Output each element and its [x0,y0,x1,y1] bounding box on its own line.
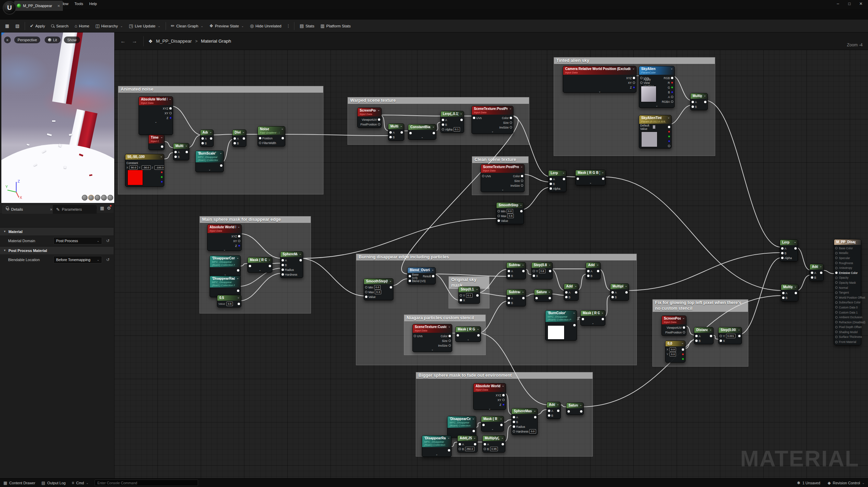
pin[interactable] [521,175,523,177]
pin[interactable] [668,145,670,147]
pin[interactable] [668,126,670,128]
pin[interactable] [611,296,614,298]
preview-viewport[interactable]: ≡ PerspectiveLitShow Z Y X [1,32,114,203]
toolbar-live-update-button[interactable]: ◳Live Update⌄ [126,21,163,31]
pin[interactable] [282,137,284,139]
node-st2[interactable]: SceneTexture:PostProcessInput0Input Data… [481,164,525,192]
node-awp2[interactable]: Absolute World PositionInput Data⌄XYZXYZ… [207,224,242,251]
pin[interactable] [474,443,476,445]
node-dcenter1[interactable]: 'DisappearCenter'MPC_Disappear(float4) C… [210,255,241,277]
pin[interactable] [683,326,685,329]
material-domain-dropdown[interactable]: Post Process⌄ [53,237,102,245]
pin[interactable] [671,86,673,89]
pin[interactable] [378,123,380,125]
pin[interactable] [582,318,584,320]
toolbar-browse-button[interactable]: ▧ [12,21,22,31]
pin[interactable] [282,273,284,276]
pin[interactable] [473,430,475,432]
cmd-selector[interactable]: ≡ Cmd ⌄ [72,481,89,485]
pin[interactable] [365,296,367,298]
expand-chevron-icon[interactable]: ⌄ [473,130,512,133]
node-sat1[interactable]: Saturate⌄ [534,289,552,302]
pin[interactable] [282,259,284,261]
pin[interactable] [210,137,212,140]
pin[interactable] [668,131,670,133]
expand-chevron-icon[interactable]: ⌄ [414,348,451,351]
pin[interactable] [449,344,451,347]
expand-chevron-icon[interactable]: ⌄ [564,90,635,93]
node-dradius2[interactable]: 'DisappearRadius'MPC_Disappear(float1) C… [422,435,452,457]
pin[interactable] [557,410,559,412]
pin[interactable] [565,296,568,298]
pin[interactable] [533,275,535,277]
expand-chevron-icon[interactable]: ⌄ [197,168,222,171]
node-burncolor[interactable]: 'BurnColor'MPC_Disappear(float4) Collect… [545,310,577,341]
node-const3[interactable]: 50,-50,-100⌄ConstantX50.0Y-50.0Z-100.0 [125,154,164,187]
viewport-perspective-button[interactable]: Perspective [14,37,40,43]
pin[interactable] [220,164,222,167]
pin[interactable] [484,443,486,445]
minimize-icon[interactable]: – [832,0,844,7]
pin[interactable] [671,91,673,93]
pin[interactable] [835,262,838,264]
toolbar-stats-button[interactable]: ▤Stats [296,21,317,31]
node-dist1[interactable]: Distance⌄AB [694,327,714,344]
node-maskrgb4[interactable]: Mask ( R G B )⌄⌄ [580,310,605,326]
pin[interactable] [161,145,163,148]
pin[interactable] [409,275,411,277]
node-add4[interactable]: Add⌄AB [547,402,561,419]
pin[interactable] [633,86,635,89]
preview-shape-cylinder-button[interactable] [82,195,88,201]
pin[interactable] [299,259,302,261]
node-mult4[interactable]: Multiply⌄AB [610,283,629,301]
node-spheremask2[interactable]: SphereMask⌄ABRadiusHardness0.0 [511,408,538,435]
nav-back-icon[interactable]: ← [119,38,127,44]
expand-chevron-icon[interactable]: ⌄ [640,104,673,107]
pin[interactable] [602,318,604,320]
pin[interactable] [500,424,503,426]
pin[interactable] [259,142,261,144]
pin[interactable] [243,137,245,140]
pin[interactable] [835,267,838,269]
pin[interactable] [683,331,685,333]
node-time[interactable]: TimeInput Data⌄ [148,135,165,150]
pin[interactable] [238,240,240,242]
node-lerp3[interactable]: Lerp⌄ABAlpha [780,239,798,261]
pin[interactable] [587,275,589,277]
pin[interactable] [508,275,510,277]
expand-chevron-icon[interactable]: ⌄ [209,248,240,251]
node-awp1[interactable]: Absolute World PositionInput Data⌄XYZXYZ… [139,96,173,135]
details-tab-close-icon[interactable]: ✕ [50,208,53,211]
unsaved-indicator[interactable]: ✱ 1 Unsaved [797,481,820,485]
node-maskrgb3[interactable]: Mask ( R G B )⌄⌄ [455,326,481,342]
node-output[interactable]: M_PP_DisappearBase ColorMetallicSpecular… [834,239,861,345]
node-lerp1[interactable]: Lerp(,,0.1)⌄ABAlpha0.1 [440,111,464,133]
pin[interactable] [720,340,722,342]
node-burnscale[interactable]: 'BurnScale'MPC_Disappear(float1) Collect… [195,150,224,172]
toolbar-apply-button[interactable]: ✔Apply [27,21,48,31]
pin[interactable] [835,272,838,274]
pin[interactable] [457,334,459,337]
toolbar-home-button[interactable]: ⌂Home [72,21,93,31]
pin[interactable] [401,131,403,134]
node-ss03[interactable]: SmoothStep(0,0.3,)⌄Min0.0Max0.3Value [364,278,393,300]
pin[interactable] [781,252,783,254]
kebab-menu-icon[interactable]: ⋮ [284,23,292,28]
pin[interactable] [174,156,177,158]
pin[interactable] [782,297,785,299]
tab-m-pp-disappear[interactable]: M_PP_Disappear ✕ [14,1,63,11]
node-stencil[interactable]: SceneTexture:CustomStencilInput Data⌄UVs… [412,324,452,352]
pin[interactable] [508,297,510,299]
pin[interactable] [668,140,670,142]
pin[interactable] [482,175,484,177]
pin[interactable] [633,77,635,79]
pin[interactable] [835,331,838,333]
console-command-input[interactable]: Enter Console Command [95,480,198,486]
node-sp1[interactable]: ScreenPositionInput Data⌄ViewportUVPixel… [357,108,382,128]
grid-view-icon[interactable]: ▦ [100,206,104,211]
pin[interactable] [548,414,550,417]
node-const00[interactable]: 0,0⌄X0.0Y0.0 [665,341,685,363]
expand-chevron-icon[interactable]: ⌄ [482,188,523,191]
reset-to-default-icon[interactable]: ↺ [104,257,112,262]
pin[interactable] [409,280,411,282]
